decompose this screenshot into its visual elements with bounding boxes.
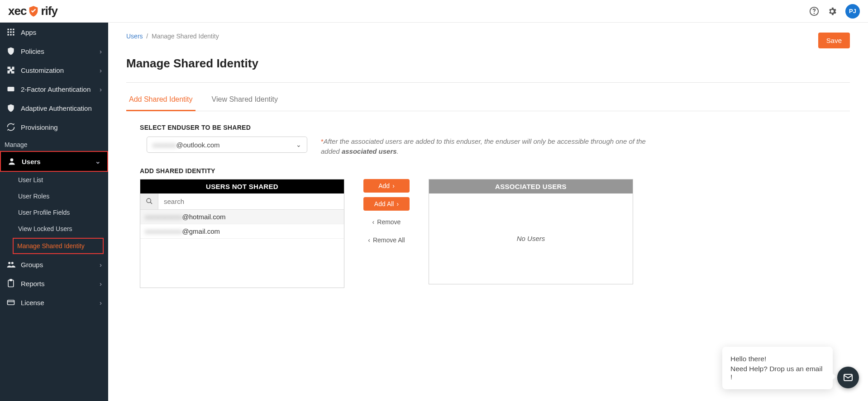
logo-text-a: xec xyxy=(8,4,26,18)
help-icon[interactable] xyxy=(809,6,819,16)
svg-point-1 xyxy=(814,13,815,14)
logo-text-b: rify xyxy=(41,4,57,18)
header-right: PJ xyxy=(809,4,860,19)
shield-check-icon xyxy=(27,5,40,18)
gear-icon[interactable] xyxy=(827,6,837,16)
header: xec rify PJ xyxy=(0,0,868,23)
logo[interactable]: xec rify xyxy=(8,4,57,18)
avatar[interactable]: PJ xyxy=(845,4,860,19)
